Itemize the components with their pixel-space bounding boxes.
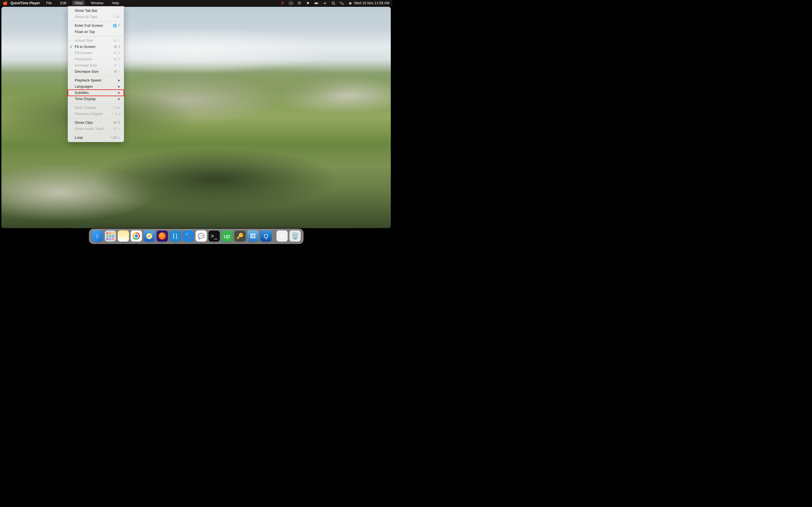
menu-item-label: Float on Top	[75, 29, 120, 35]
menu-item-actual-size: Actual Size⌘ 1	[68, 38, 124, 44]
menu-item-enter-full-screen[interactable]: Enter Full Screen🌐 F	[68, 22, 124, 29]
chrome-icon	[132, 232, 140, 240]
menu-help[interactable]: Help	[110, 1, 121, 6]
submenu-arrow-icon: ▶	[118, 78, 120, 83]
menu-item-shortcut: ⌘ 1	[114, 38, 120, 43]
battery-icon[interactable]	[314, 1, 318, 5]
dock-app-quicktime[interactable]: Q	[260, 230, 272, 242]
menu-item-label: Panoramic	[75, 57, 114, 62]
dock: 􀎞🧭⌈⌋🔨💬>_up🔑🖼Q🖥🗑️	[89, 229, 303, 244]
wifi-icon[interactable]	[323, 1, 327, 5]
menu-item-shortcut: ⌘ 3	[114, 44, 120, 49]
menu-item-next-chapter: Next Chapter⇧⌘▶	[68, 105, 124, 111]
menu-item-show-clips[interactable]: Show Clips⌘ E	[68, 120, 124, 126]
control-center-icon[interactable]	[340, 1, 344, 5]
menu-separator	[68, 76, 124, 76]
menu-item-label: Increase Size	[75, 63, 114, 68]
running-indicator	[149, 242, 150, 243]
notion-status-icon[interactable]: Ⓝ	[297, 1, 302, 5]
submenu-arrow-icon: ▶	[118, 84, 120, 89]
dock-app-terminal[interactable]: >_	[208, 230, 220, 242]
running-indicator	[227, 242, 228, 243]
menu-item-label: Loop	[75, 135, 110, 140]
menu-item-time-display[interactable]: Time Display▶	[68, 96, 124, 102]
menubar: 🍎 QuickTime Player FileEditViewWindowHel…	[0, 0, 392, 6]
dock-app-messages[interactable]: 💬	[195, 230, 207, 242]
menu-item-shortcut: 🌐 F	[113, 23, 120, 28]
menu-separator	[68, 103, 124, 104]
dock-app-upwork[interactable]: up	[221, 230, 233, 242]
menu-item-shortcut: ⇧⌘▶	[111, 105, 121, 110]
menu-item-label: Show All Tabs	[75, 14, 113, 19]
menu-item-label: Fill Screen	[75, 51, 114, 56]
menu-item-fit-to-screen[interactable]: ✓Fit to Screen⌘ 3	[68, 44, 124, 50]
menu-item-show-tab-bar[interactable]: Show Tab Bar	[68, 8, 124, 14]
menu-item-label: Decrease Size	[75, 69, 114, 74]
grammarly-status-icon[interactable]: ✖	[306, 1, 310, 5]
dock-app-preview[interactable]: 🖼	[247, 230, 258, 242]
menubar-clock[interactable]: Wed 16 Nov 11:56 AM	[354, 1, 389, 5]
apple-menu-icon[interactable]: 🍎	[3, 1, 8, 5]
running-indicator	[123, 242, 124, 243]
dock-app-trash[interactable]: 🗑️	[289, 230, 300, 242]
dock-app-chrome[interactable]	[130, 230, 142, 242]
menu-item-shortcut: ⌘ 4	[114, 51, 120, 56]
menu-window[interactable]: Window	[89, 1, 106, 6]
screen-record-icon[interactable]: ⦿	[280, 1, 285, 5]
running-indicator	[266, 242, 267, 243]
dock-app-xcode[interactable]: 🔨	[182, 230, 194, 242]
svg-rect-5	[340, 2, 342, 3]
running-indicator	[136, 242, 137, 243]
running-indicator	[175, 242, 176, 243]
menu-item-float-on-top[interactable]: Float on Top	[68, 29, 124, 35]
menu-item-panoramic: Panoramic⌘ 5	[68, 56, 124, 62]
svg-line-4	[334, 4, 335, 4]
siri-icon[interactable]: ◉	[348, 1, 352, 5]
menu-item-languages[interactable]: Languages▶	[68, 83, 124, 90]
menu-item-show-audio-track: Show Audio Track⌘ U	[68, 126, 124, 132]
dock-app-notes[interactable]	[118, 230, 129, 242]
menu-item-loop[interactable]: Loop⌥⌘ L	[68, 134, 124, 141]
menu-item-decrease-size[interactable]: Decrease Size⌘ −	[68, 68, 124, 75]
menu-item-shortcut: ⌘ −	[114, 69, 120, 74]
menu-item-subtitles[interactable]: Subtitles▶	[68, 90, 124, 96]
running-indicator	[214, 242, 215, 243]
menu-item-playback-speed[interactable]: Playback Speed▶	[68, 77, 124, 83]
menu-item-label: Subtitles	[75, 90, 116, 95]
menu-item-shortcut: ⌥⌘ L	[110, 135, 120, 140]
menu-item-shortcut: ⌘ E	[113, 120, 120, 125]
menu-edit[interactable]: Edit	[58, 1, 69, 6]
menu-item-shortcut: ⌘ 5	[114, 57, 120, 62]
menu-file[interactable]: File	[44, 1, 54, 6]
app-name[interactable]: QuickTime Player	[10, 1, 40, 5]
menu-item-label: Previous Chapter	[75, 111, 111, 116]
menu-item-increase-size: Increase Size⌘ +	[68, 62, 124, 68]
firefox-icon	[159, 232, 166, 240]
spotlight-icon[interactable]	[331, 1, 336, 5]
menu-item-previous-chapter: Previous Chapter⇧⌘◀	[68, 111, 124, 117]
running-indicator	[97, 242, 98, 243]
menu-item-label: Show Tab Bar	[75, 8, 120, 13]
menu-item-label: Enter Full Screen	[75, 23, 113, 28]
menu-item-label: Playback Speed	[75, 78, 116, 83]
menu-view[interactable]: View	[72, 1, 84, 6]
dock-app-vscode[interactable]: ⌈⌋	[169, 230, 181, 242]
menu-item-label: Fit to Screen	[75, 44, 114, 49]
svg-rect-1	[315, 3, 317, 4]
svg-rect-6	[342, 3, 344, 4]
menu-item-shortcut: ⇧⌘◀	[111, 111, 121, 116]
upwork-status-icon[interactable]: Up	[289, 1, 293, 5]
dock-app-launchpad[interactable]	[105, 230, 116, 242]
menu-item-label: Show Clips	[75, 120, 113, 125]
running-indicator	[162, 242, 163, 243]
menu-item-show-all-tabs: Show All Tabs⇧⌘\	[68, 14, 124, 20]
dock-app-keychain[interactable]: 🔑	[234, 230, 245, 242]
dock-app-finder[interactable]: 􀎞	[92, 230, 103, 242]
menu-item-label: Languages	[75, 84, 116, 89]
dock-app-safari[interactable]: 🧭	[143, 230, 155, 242]
video-content[interactable]	[1, 7, 391, 228]
trash-icon: 🗑️	[291, 232, 299, 240]
dock-app-firefox[interactable]	[157, 230, 168, 242]
menu-separator	[68, 21, 124, 21]
dock-app-desktop-folder[interactable]: 🖥	[276, 230, 288, 242]
